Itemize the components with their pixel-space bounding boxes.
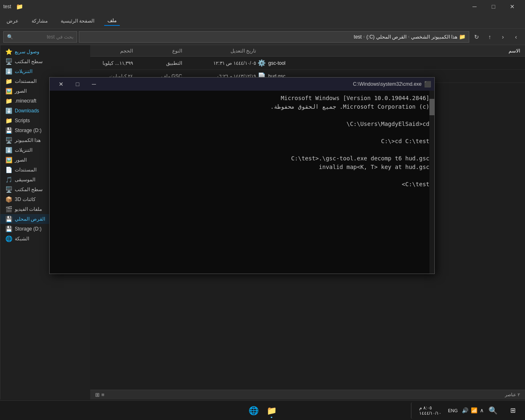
- sidebar-label-network: الشبكة: [15, 236, 29, 242]
- sidebar-quick-access-label: وصول سريع: [15, 49, 39, 55]
- cmd-icon: ⬛: [424, 81, 431, 87]
- file-size-0: ١١,٣٩٩... كيلوبا: [94, 60, 135, 66]
- path-folder-icon: 📁: [459, 34, 466, 40]
- file-name-text-0: gsc-tool: [268, 60, 285, 66]
- title-bar-left: 📁 test: [3, 3, 23, 10]
- sidebar-label-music-pc: الموسيقى: [15, 177, 35, 183]
- sidebar-label-docs-quick: المستندات: [15, 78, 37, 84]
- close-button[interactable]: ✕: [503, 0, 522, 13]
- col-type[interactable]: النوع: [135, 48, 184, 54]
- refresh-button[interactable]: ↻: [471, 31, 482, 43]
- file-modified-0: ١٤٤٤/١٠/٠٥ ص ١٢:٣١: [184, 60, 258, 66]
- ribbon-tab-file[interactable]: ملف: [104, 16, 120, 26]
- sidebar-label-pics-quick: الصور: [15, 88, 27, 94]
- cmd-title-left: ⬛ C:\Windows\system32\cmd.exe: [353, 81, 431, 87]
- taskbar-app-explorer-wrap: 📁: [263, 402, 280, 419]
- sidebar-quick-access[interactable]: وصول سريع ⭐: [0, 47, 90, 57]
- language-button[interactable]: ENG: [446, 407, 459, 414]
- sidebar-label-this-pc: هذا الكمبيوتر: [15, 137, 41, 143]
- cmd-controls: ─ □ ✕: [53, 78, 102, 91]
- ribbon-tab-share[interactable]: مشاركة: [28, 16, 51, 25]
- view-grid-icon[interactable]: ⊞: [95, 392, 100, 398]
- system-icons: ∧ 📶 🔊 ENG: [446, 407, 484, 414]
- folder-icon: 📁: [16, 3, 23, 10]
- ribbon-tab-view[interactable]: عرض: [3, 16, 22, 25]
- sidebar-label-3d: كائنات 3D: [15, 196, 36, 202]
- nav-back-button[interactable]: ‹: [497, 31, 509, 43]
- view-icons: ≡ ⊞: [95, 392, 105, 398]
- clock-area[interactable]: ٨:٠٥ م ١٤٤٤/١٠/١٠: [418, 405, 443, 416]
- sidebar-label-minecraft: minecraft.: [15, 98, 37, 104]
- show-desktop-button[interactable]: [411, 402, 414, 419]
- taskbar-center: 📁 🌐: [245, 402, 280, 419]
- path-sep-1: ›: [408, 34, 409, 39]
- path-part-2: القرص المحلي (C:): [366, 34, 406, 40]
- col-modified[interactable]: تاريخ التعديل: [184, 48, 258, 54]
- search-input[interactable]: [15, 34, 73, 40]
- sidebar-label-scripts: Scripts: [15, 118, 30, 123]
- chevron-icon[interactable]: ∧: [480, 407, 484, 413]
- cmd-scrollbar-thumb[interactable]: [429, 99, 434, 115]
- view-list-icon[interactable]: ≡: [101, 392, 105, 398]
- ribbon-tab-home[interactable]: الصفحة الرئيسية: [57, 16, 98, 25]
- search-box[interactable]: 🔍: [3, 31, 77, 43]
- taskbar-right: ∧ 📶 🔊 ENG ٨:٠٥ م ١٤٤٤/١٠/١٠: [411, 402, 484, 419]
- col-size[interactable]: الحجم: [94, 48, 135, 54]
- cmd-body[interactable]: Microsoft Windows [Version 10.0.19044.28…: [50, 91, 434, 274]
- taskbar: ⊞ 🔍 📁 🌐 ∧ 📶 🔊 ENG ٨:٠٥ م ١٤٤٤/١٠/١٠: [0, 400, 525, 420]
- ribbon: ملف الصفحة الرئيسية مشاركة عرض: [0, 13, 525, 29]
- sidebar-label-desktop-quick: سطح المكتب: [15, 59, 43, 64]
- cmd-maximize-button[interactable]: □: [69, 78, 86, 91]
- path-part-1: هذا الكمبيوتر الشخصي: [411, 34, 457, 40]
- path-sep-2: ›: [363, 34, 365, 39]
- minimize-button[interactable]: ─: [465, 0, 484, 13]
- maximize-button[interactable]: □: [484, 0, 503, 13]
- file-name-cell-0: gsc-tool ⚙️: [258, 59, 522, 67]
- nav-forward-button[interactable]: ›: [510, 31, 522, 43]
- sidebar-label-downloads-en: Downloads: [15, 108, 39, 114]
- file-type-0: التطبيق: [135, 60, 184, 66]
- volume-icon[interactable]: 🔊: [462, 407, 468, 413]
- search-icon: 🔍: [7, 34, 13, 40]
- taskbar-app-edge[interactable]: 🌐: [245, 402, 262, 419]
- clock-time: ٨:٠٥ م: [419, 405, 432, 411]
- window-controls: ✕ □ ─: [465, 0, 522, 13]
- taskbar-search-button[interactable]: 🔍: [484, 402, 502, 419]
- sidebar-label-videos: ملفات الفيديو: [15, 206, 42, 212]
- sidebar-label-docs-pc: المستندات: [15, 167, 37, 173]
- file-icon-0: ⚙️: [258, 59, 266, 67]
- cmd-minimize-button[interactable]: ─: [86, 78, 102, 91]
- window-title: test: [3, 4, 11, 9]
- cmd-title-text: C:\Windows\system32\cmd.exe: [353, 81, 422, 87]
- nav-up-button[interactable]: ↑: [484, 31, 495, 43]
- sidebar-quick-access-icon: ⭐: [5, 48, 12, 55]
- taskbar-left: ⊞ 🔍: [484, 402, 522, 419]
- sidebar-label-pics-pc: الصور: [15, 157, 27, 163]
- element-count: ٢ عناصر: [505, 392, 520, 397]
- cmd-output: Microsoft Windows [Version 10.0.19044.28…: [55, 94, 429, 189]
- start-button[interactable]: ⊞: [504, 402, 522, 419]
- column-headers: الاسم تاريخ التعديل النوع الحجم: [90, 45, 525, 57]
- file-row-0[interactable]: gsc-tool ⚙️ ١٤٤٤/١٠/٠٥ ص ١٢:٣١ التطبيق ١…: [90, 57, 525, 70]
- clock-date: ١٤٤٤/١٠/١٠: [419, 411, 441, 416]
- status-bar: ٢ عناصر ≡ ⊞: [90, 390, 525, 399]
- cmd-close-button[interactable]: ✕: [53, 78, 69, 91]
- network-icon: 📶: [471, 407, 477, 413]
- sidebar-item-downloads-quick[interactable]: التنزيلات ⬇️: [0, 66, 90, 76]
- address-bar: › ‹ ↑ ↻ 📁 هذا الكمبيوتر الشخصي › القرص ا…: [0, 29, 525, 45]
- taskbar-app-explorer[interactable]: 📁: [263, 402, 280, 419]
- path-part-3: test: [354, 34, 362, 40]
- taskbar-app-edge-wrap: 🌐: [245, 402, 262, 419]
- sidebar-label-downloads-pc: التنزيلات: [15, 147, 32, 153]
- sidebar-label-storage-d: Storage (D:): [15, 128, 41, 133]
- col-name[interactable]: الاسم: [258, 48, 522, 54]
- address-path[interactable]: 📁 هذا الكمبيوتر الشخصي › القرص المحلي (C…: [79, 31, 469, 43]
- title-bar: ✕ □ ─ 📁 test: [0, 0, 525, 13]
- sidebar-label-downloads-quick: التنزيلات: [15, 68, 32, 74]
- cmd-title-bar: ⬛ C:\Windows\system32\cmd.exe ─ □ ✕: [50, 78, 434, 91]
- cmd-window: ⬛ C:\Windows\system32\cmd.exe ─ □ ✕ Micr…: [49, 77, 435, 274]
- cmd-scrollbar[interactable]: [429, 91, 434, 274]
- sidebar-item-desktop-quick[interactable]: سطح المكتب 🖥️: [0, 57, 90, 66]
- sidebar-label-desktop-pc: سطح المكتب: [15, 187, 43, 192]
- sidebar-label-storage-d-pc: Storage (D:): [15, 226, 41, 232]
